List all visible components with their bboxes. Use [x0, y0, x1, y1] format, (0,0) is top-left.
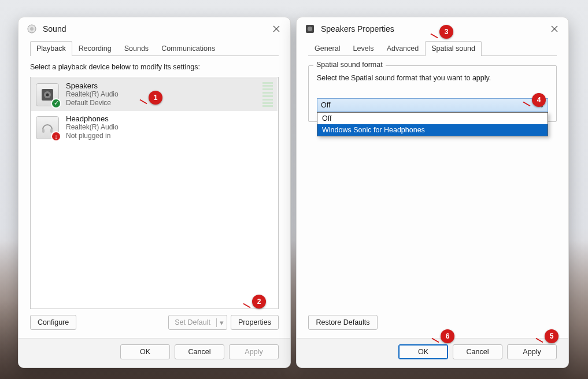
group-legend: Spatial sound format [313, 61, 386, 69]
annotation-3: 3 [439, 25, 453, 39]
annotation-6: 6 [441, 329, 454, 343]
group-hint: Select the Spatial sound format that you… [317, 74, 548, 82]
spatial-sound-group: Spatial sound format Select the Spatial … [308, 65, 557, 122]
titlebar[interactable]: Speakers Properties [297, 17, 568, 40]
device-driver: Realtek(R) Audio [66, 90, 119, 99]
speaker-icon [305, 24, 315, 34]
svg-rect-5 [42, 129, 45, 133]
ok-button[interactable]: OK [120, 344, 170, 359]
window-title: Speakers Properties [321, 24, 394, 34]
device-status: Default Device [66, 99, 119, 107]
device-headphones[interactable]: ↓ Headphones Realtek(R) Audio Not plugge… [31, 111, 278, 144]
annotation-5: 5 [545, 329, 559, 343]
cancel-button[interactable]: Cancel [453, 344, 502, 359]
device-list[interactable]: ✓ Speakers Realtek(R) Audio Default Devi… [30, 77, 279, 309]
annotation-1: 1 [149, 91, 162, 105]
close-button[interactable] [266, 21, 287, 37]
tab-general[interactable]: General [308, 41, 346, 56]
tabs: General Levels Advanced Spatial sound [297, 40, 568, 55]
dropdown-popup: Off Windows Sonic for Headphones [317, 112, 548, 136]
configure-button[interactable]: Configure [30, 315, 76, 330]
tab-recording[interactable]: Recording [72, 41, 118, 56]
tab-playback[interactable]: Playback [30, 41, 72, 56]
chevron-down-icon[interactable]: ▾ [216, 318, 227, 327]
sound-window: Sound Playback Recording Sounds Communic… [18, 17, 291, 368]
device-name: Headphones [66, 114, 119, 123]
close-button[interactable] [544, 21, 565, 37]
annotation-2: 2 [252, 295, 266, 309]
playback-hint: Select a playback device below to modify… [30, 63, 279, 71]
set-default-button[interactable]: Set Default ▾ [168, 315, 227, 330]
tab-communications[interactable]: Communications [155, 41, 221, 56]
headphones-icon: ↓ [36, 116, 59, 139]
speaker-icon: ✓ [36, 83, 59, 106]
annotation-4: 4 [532, 93, 546, 107]
svg-point-8 [308, 27, 312, 31]
spatial-format-dropdown[interactable]: Off ⌄ Off Windows Sonic for Headphones [317, 98, 548, 112]
device-driver: Realtek(R) Audio [66, 123, 119, 132]
tab-levels[interactable]: Levels [346, 41, 380, 56]
apply-button[interactable]: Apply [229, 344, 279, 359]
unplugged-badge-icon: ↓ [51, 131, 61, 142]
tab-spatial-sound[interactable]: Spatial sound [425, 41, 482, 56]
tabs: Playback Recording Sounds Communications [19, 40, 290, 55]
device-action-row: Configure Set Default ▾ Properties [30, 309, 279, 333]
device-name: Speakers [66, 81, 119, 90]
speakers-properties-window: Speakers Properties General Levels Advan… [296, 17, 569, 368]
dropdown-option-off[interactable]: Off [317, 113, 548, 124]
tab-sounds[interactable]: Sounds [118, 41, 155, 56]
restore-row: Restore Defaults [308, 309, 557, 333]
tab-advanced[interactable]: Advanced [380, 41, 426, 56]
dropdown-value: Off [321, 101, 330, 109]
dialog-footer: OK Cancel Apply [297, 338, 568, 367]
svg-point-4 [46, 93, 49, 96]
cancel-button[interactable]: Cancel [175, 344, 224, 359]
tab-body-spatial: Spatial sound format Select the Spatial … [308, 55, 557, 333]
window-title: Sound [43, 24, 66, 34]
properties-button[interactable]: Properties [231, 315, 279, 330]
titlebar[interactable]: Sound [19, 17, 290, 40]
device-status: Not plugged in [66, 132, 119, 140]
sound-icon [27, 24, 37, 34]
dropdown-option-windows-sonic[interactable]: Windows Sonic for Headphones [317, 124, 548, 136]
restore-defaults-button[interactable]: Restore Defaults [308, 315, 378, 330]
check-badge-icon: ✓ [51, 98, 61, 109]
apply-button[interactable]: Apply [507, 344, 557, 359]
ok-button[interactable]: OK [398, 344, 448, 359]
svg-point-1 [30, 27, 34, 31]
dialog-footer: OK Cancel Apply [19, 338, 290, 367]
level-meter [262, 82, 273, 107]
